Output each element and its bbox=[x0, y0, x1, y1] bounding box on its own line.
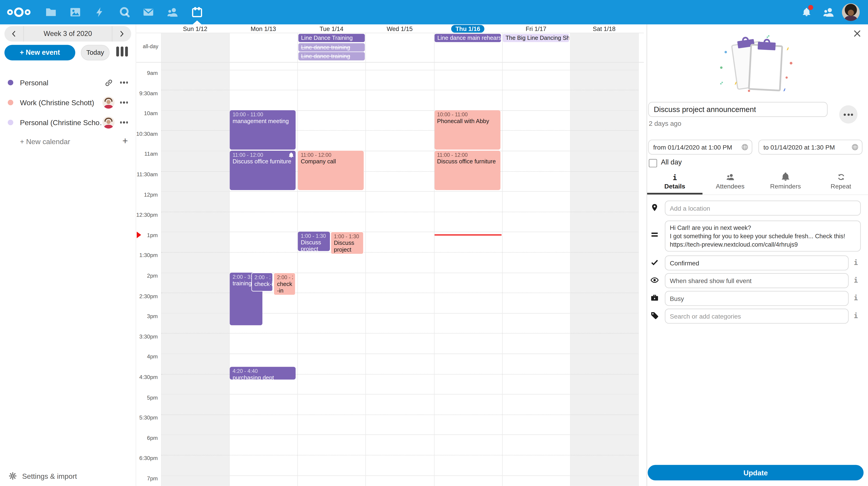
event-card[interactable]: 11:00 - 12:00Discuss office furniture bbox=[230, 151, 296, 190]
event-card[interactable]: 11:00 - 12:00Discuss office furniture bbox=[434, 151, 500, 190]
timezone-globe-icon[interactable] bbox=[741, 143, 748, 151]
sidebar: Week 3 of 2020 + New event Today Persona… bbox=[0, 24, 135, 486]
next-week-button[interactable] bbox=[112, 26, 131, 41]
contacts-menu-icon[interactable] bbox=[821, 6, 837, 18]
app-mail-icon[interactable] bbox=[141, 6, 156, 18]
event-title-input[interactable] bbox=[648, 102, 828, 117]
last-modified: 2 days ago bbox=[649, 120, 681, 127]
time-label: 1:30pm bbox=[136, 252, 158, 258]
previous-week-button[interactable] bbox=[4, 26, 23, 41]
allday-event[interactable]: Line dance main rehearsal bbox=[435, 34, 501, 42]
view-mode-toggle[interactable] bbox=[115, 47, 128, 59]
visibility-select[interactable]: When shared show full event bbox=[665, 273, 848, 288]
allday-event[interactable]: The Big Line Dancing Show bbox=[503, 34, 569, 42]
event-title: Company call bbox=[301, 158, 362, 165]
nextcloud-logo-icon[interactable] bbox=[6, 6, 31, 18]
end-datetime-field[interactable]: to 01/14/2020 at 1:30 PM bbox=[758, 140, 862, 154]
tab-attendees[interactable]: Attendees bbox=[703, 172, 758, 194]
time-label: 5pm bbox=[136, 394, 158, 400]
day-header-sat: Sat 1/18 bbox=[570, 24, 638, 33]
app-calendar-icon[interactable] bbox=[189, 6, 205, 18]
event-card[interactable]: 2:00 - 2:20check-in bbox=[251, 273, 273, 292]
time-label: 10:30am bbox=[136, 131, 158, 137]
day-header-sun: Sun 1/12 bbox=[161, 24, 229, 33]
all-day-checkbox[interactable] bbox=[649, 159, 657, 167]
event-title: purchasing dept bbox=[232, 374, 293, 379]
categories-info-icon[interactable]: i bbox=[852, 311, 860, 320]
availability-select[interactable]: Busy bbox=[665, 291, 848, 306]
update-button[interactable]: Update bbox=[648, 465, 864, 481]
allday-event[interactable]: Line dance training bbox=[298, 52, 365, 60]
categories-tag-icon bbox=[651, 311, 659, 320]
event-title: Discuss project announcement bbox=[301, 239, 328, 251]
calendar-actions-menu[interactable] bbox=[116, 116, 132, 128]
app-photos-icon[interactable] bbox=[68, 6, 83, 18]
time-label: 3pm bbox=[136, 313, 158, 319]
event-card[interactable]: 2:00 - 2:25check-in bbox=[274, 273, 296, 296]
app-activity-icon[interactable] bbox=[92, 6, 107, 18]
tab-label: Attendees bbox=[716, 183, 745, 190]
availability-info-icon[interactable]: i bbox=[852, 294, 860, 303]
time-label: 9:30am bbox=[136, 90, 158, 96]
event-title: Discuss office furniture bbox=[232, 158, 293, 165]
calendar-color-dot bbox=[8, 80, 13, 85]
location-input[interactable] bbox=[665, 201, 861, 216]
day-header-thu: Thu 1/16 bbox=[434, 24, 502, 33]
week-switcher: Week 3 of 2020 bbox=[4, 26, 131, 41]
new-event-button[interactable]: + New event bbox=[4, 45, 75, 60]
app-files-icon[interactable] bbox=[43, 6, 59, 18]
event-title: Discuss office furniture bbox=[437, 158, 498, 165]
close-icon[interactable] bbox=[851, 28, 863, 39]
new-calendar-button[interactable]: + New calendar + bbox=[0, 134, 135, 149]
event-card[interactable]: 10:00 - 11:00management meeting bbox=[230, 110, 296, 149]
app-talk-icon[interactable] bbox=[117, 6, 132, 18]
calendar-actions-menu[interactable] bbox=[116, 96, 132, 109]
day-label: Fri 1/17 bbox=[526, 25, 546, 32]
calendar-color-dot bbox=[8, 120, 13, 125]
description-textarea[interactable]: Hi Carl! are you in next week? I got som… bbox=[665, 221, 861, 252]
event-card[interactable]: 4:20 - 4:40purchasing dept bbox=[230, 367, 296, 379]
top-navbar bbox=[0, 0, 868, 24]
status-info-icon[interactable]: i bbox=[852, 258, 860, 267]
status-select[interactable]: Confirmed bbox=[665, 255, 848, 270]
timezone-globe-icon[interactable] bbox=[851, 143, 859, 151]
event-menu-button[interactable] bbox=[839, 105, 858, 123]
tab-repeat[interactable]: Repeat bbox=[813, 172, 868, 194]
app-contacts-icon[interactable] bbox=[165, 6, 181, 18]
categories-input[interactable] bbox=[665, 309, 848, 323]
reminder-bell-icon bbox=[289, 152, 294, 158]
week-label[interactable]: Week 3 of 2020 bbox=[24, 30, 112, 37]
time-label: 7pm bbox=[136, 475, 158, 482]
calendar-actions-menu[interactable] bbox=[116, 77, 132, 89]
allday-event[interactable]: Line dance training bbox=[298, 43, 365, 51]
event-card[interactable]: 1:00 - 1:30Discuss project announcement bbox=[298, 232, 330, 251]
tab-reminders[interactable]: Reminders bbox=[758, 172, 813, 194]
tab-details[interactable]: iDetails bbox=[647, 172, 703, 194]
calendar-name: Personal (Christine Scho…) bbox=[20, 118, 101, 127]
event-card[interactable]: 10:00 - 11:00Phonecall with Abby bbox=[434, 110, 500, 149]
time-label: 2:30pm bbox=[136, 293, 158, 299]
start-datetime-field[interactable]: from 01/14/2020 at 1:00 PM bbox=[648, 140, 752, 154]
user-avatar[interactable] bbox=[842, 3, 860, 21]
event-title: Discuss project bbox=[334, 239, 361, 253]
attendees-icon bbox=[725, 173, 735, 181]
event-time: 11:00 - 12:00 bbox=[232, 152, 293, 158]
allday-event[interactable]: Line Dance Training bbox=[298, 34, 365, 42]
visibility-info-icon[interactable]: i bbox=[852, 276, 860, 285]
calendar-item-1[interactable]: Personal bbox=[0, 74, 135, 91]
notifications-bell-icon[interactable] bbox=[799, 6, 814, 18]
time-label: 10am bbox=[136, 110, 158, 116]
calendar-item-2[interactable]: Work (Christine Schott) bbox=[0, 94, 135, 111]
current-time-line bbox=[434, 234, 501, 235]
allday-row-label: all-day bbox=[136, 43, 158, 49]
current-time-arrow-icon bbox=[136, 232, 141, 238]
today-button[interactable]: Today bbox=[81, 45, 110, 60]
calendar-item-3[interactable]: Personal (Christine Scho…) bbox=[0, 114, 135, 131]
settings-import-button[interactable]: Settings & import bbox=[0, 468, 135, 484]
share-link-icon[interactable] bbox=[101, 77, 116, 89]
event-card[interactable]: 11:00 - 12:00Company call bbox=[298, 151, 364, 190]
event-time: 10:00 - 11:00 bbox=[232, 111, 293, 117]
event-card[interactable]: 1:00 - 1:30Discuss project bbox=[331, 232, 364, 254]
event-time: 2:00 - 2:25 bbox=[277, 274, 293, 280]
clipboards-illustration bbox=[714, 33, 802, 95]
